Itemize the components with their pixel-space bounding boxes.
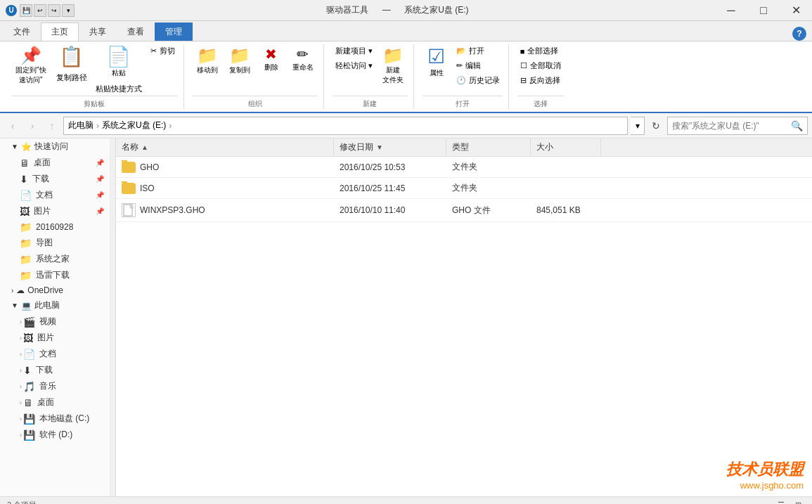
file-row-winxpsp3[interactable]: WINXPSP3.GHO 2016/10/10 11:40 GHO 文件 845…: [116, 199, 812, 222]
up-button[interactable]: ↑: [44, 117, 60, 134]
sidebar-item-guide[interactable]: 📁 导图: [0, 235, 110, 251]
paste-button[interactable]: 📄 粘贴: [93, 44, 145, 81]
organize-items: 📁 移动到 📁 复制到 ✖ 删除 ✏ 重命名: [193, 44, 318, 96]
delete-label: 删除: [264, 63, 278, 72]
sidebar-item-20160928[interactable]: 📁 20160928: [0, 219, 110, 235]
sidebar: ▼ ⭐ 快速访问 🖥 桌面 📌 ⬇ 下载 📌 📄 文档 📌 🖼 图片 📌 📁 2…: [0, 138, 116, 496]
properties-button[interactable]: ☑ 属性: [423, 44, 451, 81]
onedrive-icon: ☁: [16, 285, 25, 295]
back-button[interactable]: ‹: [4, 117, 21, 134]
address-dropdown[interactable]: ▾: [631, 117, 645, 135]
col-header-date[interactable]: 修改日期 ▼: [334, 138, 446, 156]
select-all-button[interactable]: ■ 全部选择: [517, 44, 564, 58]
sidebar-item-video[interactable]: › 🎬 视频: [0, 314, 110, 330]
undo-btn[interactable]: ↩: [34, 4, 46, 17]
new-folder-button[interactable]: 📁 新建文件夹: [378, 44, 408, 88]
address-path[interactable]: 此电脑 › 系统之家U盘 (E:) ›: [63, 117, 628, 135]
sidebar-section-quickaccess[interactable]: ▼ ⭐ 快速访问: [0, 138, 110, 155]
help-button[interactable]: ?: [792, 27, 806, 41]
forward-button[interactable]: ›: [24, 117, 41, 134]
select-all-icon: ■: [520, 47, 525, 56]
window-controls: ─ □ ✕: [715, 0, 812, 20]
edit-button[interactable]: ✏ 编辑: [453, 59, 503, 72]
tab-share[interactable]: 共享: [79, 22, 117, 41]
paste-shortcut-label: 粘贴快捷方式: [96, 84, 142, 94]
sidebar-item-downloads[interactable]: ⬇ 下载 📌: [0, 171, 110, 187]
close-button[interactable]: ✕: [780, 0, 812, 21]
easy-access-button[interactable]: 轻松访问 ▾: [333, 59, 375, 72]
col-header-size[interactable]: 大小: [531, 138, 601, 156]
breadcrumb-location[interactable]: 系统之家U盘 (E:): [102, 119, 166, 131]
pictures-icon: 🖼: [20, 206, 30, 217]
title-bar: U 💾 ↩ ↪ ▾ 驱动器工具 — 系统之家U盘 (E:) ─ □ ✕: [0, 0, 812, 21]
sidebar-item-local-c[interactable]: › 💾 本地磁盘 (C:): [0, 411, 110, 427]
sidebar-item-thunder[interactable]: 📁 迅雷下载: [0, 267, 110, 283]
rename-button[interactable]: ✏ 重命名: [288, 44, 318, 75]
file-row-gho[interactable]: GHO 2016/10/25 10:53 文件夹: [116, 157, 812, 178]
history-label: 历史记录: [469, 75, 500, 86]
minimize-button[interactable]: ─: [715, 0, 747, 21]
maximize-button[interactable]: □: [747, 0, 780, 21]
ribbon-group-organize: 📁 移动到 📁 复制到 ✖ 删除 ✏ 重命名 组织: [187, 44, 324, 109]
breadcrumb-pc[interactable]: 此电脑: [68, 119, 94, 131]
paste-shortcut-button[interactable]: 粘贴快捷方式: [93, 82, 145, 96]
thispc-icon: 💻: [21, 301, 32, 311]
open-icon: 📂: [456, 46, 466, 56]
view-tiles-button[interactable]: ⊞: [791, 498, 805, 505]
cut-button[interactable]: ✂ 剪切: [148, 44, 178, 58]
tab-manage[interactable]: 管理: [155, 22, 193, 41]
sidebar-item-desktop[interactable]: 🖥 桌面 📌: [0, 155, 110, 171]
tab-view[interactable]: 查看: [117, 22, 155, 41]
sidebar-item-desktop2[interactable]: › 🖥 桌面: [0, 394, 110, 411]
tab-file[interactable]: 文件: [3, 22, 41, 41]
docs2-icon: 📄: [23, 349, 35, 360]
music-arrow: ›: [20, 383, 22, 390]
search-box: 🔍: [667, 117, 808, 135]
title-separator: —: [382, 5, 391, 15]
file-name-iso: ISO: [116, 181, 334, 195]
redo-btn[interactable]: ↪: [48, 4, 60, 17]
save-btn[interactable]: 💾: [20, 4, 32, 17]
sidebar-item-documents[interactable]: 📄 文档 📌: [0, 187, 110, 203]
open-button[interactable]: 📂 打开: [453, 44, 503, 58]
open-label: 打开: [469, 46, 484, 56]
new-item-button[interactable]: 新建项目 ▾: [333, 44, 375, 58]
view-details-button[interactable]: ☰: [774, 498, 788, 505]
invert-select-button[interactable]: ⊟ 反向选择: [517, 74, 564, 87]
dropdown-btn[interactable]: ▾: [62, 4, 75, 17]
view-controls: ☰ ⊞: [774, 498, 805, 505]
select-none-button[interactable]: ☐ 全部取消: [517, 59, 564, 72]
copy-button[interactable]: 📋: [53, 44, 90, 70]
dl2-label: 下载: [36, 364, 53, 376]
localc-arrow: ›: [20, 415, 22, 422]
sidebar-item-pictures2[interactable]: › 🖼 图片: [0, 330, 110, 346]
rename-label: 重命名: [292, 63, 314, 72]
sidebar-section-thispc[interactable]: ▼ 💻 此电脑: [0, 297, 110, 314]
sidebar-item-downloads2[interactable]: › ⬇ 下载: [0, 362, 110, 378]
sidebar-section-onedrive[interactable]: › ☁ OneDrive: [0, 283, 110, 297]
refresh-button[interactable]: ↻: [647, 117, 664, 134]
search-icon[interactable]: 🔍: [791, 120, 803, 131]
downloads-icon: ⬇: [20, 174, 28, 185]
history-button[interactable]: 🕐 历史记录: [453, 74, 503, 87]
pin-button[interactable]: 📌 固定到"快速访问": [11, 44, 51, 88]
open-label: 打开: [423, 96, 503, 109]
easy-access-label: 轻松访问 ▾: [335, 60, 373, 71]
col-header-name[interactable]: 名称 ▲: [116, 138, 334, 156]
search-input[interactable]: [672, 121, 791, 131]
copyto-label: 复制到: [229, 65, 250, 75]
paste-path-button[interactable]: 复制路径: [53, 71, 90, 84]
file-row-iso[interactable]: ISO 2016/10/25 11:45 文件夹: [116, 178, 812, 199]
sidebar-item-music[interactable]: › 🎵 音乐: [0, 378, 110, 394]
copy-to-button[interactable]: 📁 复制到: [225, 44, 254, 78]
sidebar-item-documents2[interactable]: › 📄 文档: [0, 346, 110, 362]
pictures2-label: 图片: [37, 332, 54, 344]
col-header-type[interactable]: 类型: [446, 138, 531, 156]
delete-button[interactable]: ✖ 删除: [257, 44, 285, 75]
tab-home[interactable]: 主页: [41, 22, 79, 41]
sidebar-item-soft-d[interactable]: › 💾 软件 (D:): [0, 427, 110, 443]
sidebar-item-pictures[interactable]: 🖼 图片 📌: [0, 203, 110, 219]
sidebar-item-xzj[interactable]: 📁 系统之家: [0, 251, 110, 267]
move-to-button[interactable]: 📁 移动到: [193, 44, 222, 78]
ribbon-tabs: 文件 主页 共享 查看 管理 ?: [0, 21, 812, 41]
